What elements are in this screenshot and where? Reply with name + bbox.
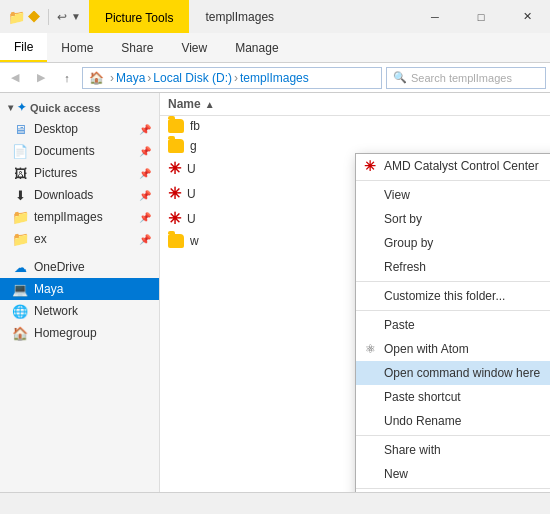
ribbon: File Home Share View Manage — [0, 33, 550, 63]
sidebar: ▾ ✦ Quick access 🖥 Desktop 📌 📄 Documents… — [0, 93, 160, 492]
atom-icon: ⚛ — [362, 341, 378, 357]
search-box[interactable]: 🔍 Search templImages — [386, 67, 546, 89]
cm-open-atom[interactable]: ⚛ Open with Atom — [356, 337, 550, 361]
forward-button[interactable]: ▶ — [30, 67, 52, 89]
cm-open-command[interactable]: Open command window here — [356, 361, 550, 385]
sort-arrow: ▲ — [205, 99, 215, 110]
cm-sort-by[interactable]: Sort by › — [356, 207, 550, 231]
sidebar-item-templimages[interactable]: 📁 templImages 📌 — [0, 206, 159, 228]
templimages-tab[interactable]: templImages — [189, 0, 290, 33]
pictures-icon: 🖼 — [12, 165, 28, 181]
sidebar-item-ex[interactable]: 📁 ex 📌 — [0, 228, 159, 250]
pictures-label: Pictures — [34, 166, 77, 180]
sidebar-item-onedrive[interactable]: ☁ OneDrive — [0, 256, 159, 278]
ex-folder-icon: 📁 — [12, 231, 28, 247]
cm-sort-label: Sort by — [384, 212, 422, 226]
cm-refresh[interactable]: Refresh — [356, 255, 550, 279]
cm-paste-label: Paste — [384, 318, 415, 332]
maya-label: Maya — [34, 282, 63, 296]
cm-view-label: View — [384, 188, 410, 202]
path-localdisk[interactable]: Local Disk (D:) — [153, 71, 232, 85]
file-name-u1: U — [187, 162, 196, 176]
quick-access-header[interactable]: ▾ ✦ Quick access — [0, 97, 159, 118]
pin-icon-dl: 📌 — [139, 190, 151, 201]
tab-manage[interactable]: Manage — [221, 33, 292, 62]
templimages-folder-icon: 📁 — [12, 209, 28, 225]
pin-icon-pics: 📌 — [139, 168, 151, 179]
quick-access-toolbar: 📁 ↩ ▼ — [0, 0, 89, 33]
cm-view[interactable]: View › — [356, 183, 550, 207]
sidebar-item-pictures[interactable]: 🖼 Pictures 📌 — [0, 162, 159, 184]
documents-icon: 📄 — [12, 143, 28, 159]
cm-customize[interactable]: Customize this folder... — [356, 284, 550, 308]
pin-icon: 📌 — [139, 124, 151, 135]
file-name-w: w — [190, 234, 199, 248]
close-button[interactable]: ✕ — [504, 0, 550, 33]
cm-new[interactable]: New › — [356, 462, 550, 486]
templimages-label: templImages — [205, 10, 274, 24]
cm-paste-shortcut-label: Paste shortcut — [384, 390, 461, 404]
address-bar: ◀ ▶ ↑ 🏠 › Maya › Local Disk (D:) › templ… — [0, 63, 550, 93]
cm-new-label: New — [384, 467, 408, 481]
file-list-header: Name ▲ — [160, 93, 550, 116]
tab-file[interactable]: File — [0, 33, 47, 62]
folder-icon-g — [168, 139, 184, 153]
divider — [48, 9, 49, 25]
address-path[interactable]: 🏠 › Maya › Local Disk (D:) › templImages — [82, 67, 382, 89]
cm-sep-5 — [356, 488, 550, 489]
file-list: Name ▲ fb g ✳ U ✳ U ✳ U w — [160, 93, 550, 492]
cm-refresh-label: Refresh — [384, 260, 426, 274]
amd-icon-3: ✳ — [168, 209, 181, 228]
sidebar-item-desktop[interactable]: 🖥 Desktop 📌 — [0, 118, 159, 140]
cm-group-by[interactable]: Group by › — [356, 231, 550, 255]
homegroup-label: Homegroup — [34, 326, 97, 340]
cm-share-with[interactable]: Share with › — [356, 438, 550, 462]
window-controls: ─ □ ✕ — [412, 0, 550, 33]
sidebar-item-network[interactable]: 🌐 Network — [0, 300, 159, 322]
column-name-header: Name — [168, 97, 201, 111]
sidebar-item-maya[interactable]: 💻 Maya — [0, 278, 159, 300]
folder-icon-fb — [168, 119, 184, 133]
cm-share-label: Share with — [384, 443, 441, 457]
undo-btn[interactable]: ↩ — [57, 10, 67, 24]
picture-tools-label: Picture Tools — [105, 11, 173, 25]
amd-catalyst-icon: ✳ — [362, 158, 378, 174]
sidebar-item-documents[interactable]: 📄 Documents 📌 — [0, 140, 159, 162]
desktop-label: Desktop — [34, 122, 78, 136]
sidebar-item-downloads[interactable]: ⬇ Downloads 📌 — [0, 184, 159, 206]
amd-icon-2: ✳ — [168, 184, 181, 203]
title-bar: 📁 ↩ ▼ Picture Tools templImages ─ □ ✕ — [0, 0, 550, 33]
tab-view[interactable]: View — [167, 33, 221, 62]
minimize-button[interactable]: ─ — [412, 0, 458, 33]
file-item-fb[interactable]: fb — [160, 116, 550, 136]
cm-undo-rename[interactable]: Undo Rename Ctrl+Z — [356, 409, 550, 433]
desktop-icon: 🖥 — [12, 121, 28, 137]
documents-label: Documents — [34, 144, 95, 158]
cm-paste-shortcut[interactable]: Paste shortcut — [356, 385, 550, 409]
pin-icon-templ: 📌 — [139, 212, 151, 223]
ex-label: ex — [34, 232, 47, 246]
cm-open-atom-label: Open with Atom — [384, 342, 469, 356]
onedrive-label: OneDrive — [34, 260, 85, 274]
amd-icon-1: ✳ — [168, 159, 181, 178]
cm-amd-catalyst[interactable]: ✳ AMD Catalyst Control Center — [356, 154, 550, 178]
cm-sep-4 — [356, 435, 550, 436]
picture-tools-tab[interactable]: Picture Tools — [89, 0, 189, 33]
sidebar-item-homegroup[interactable]: 🏠 Homegroup — [0, 322, 159, 344]
path-templimages[interactable]: templImages — [240, 71, 309, 85]
tab-share[interactable]: Share — [107, 33, 167, 62]
cm-paste[interactable]: Paste — [356, 313, 550, 337]
properties-quick-btn[interactable]: ▼ — [71, 11, 81, 22]
cm-properties[interactable]: Properties — [356, 491, 550, 492]
pin-icon-ex: 📌 — [139, 234, 151, 245]
tab-home[interactable]: Home — [47, 33, 107, 62]
onedrive-icon: ☁ — [12, 259, 28, 275]
up-button[interactable]: ↑ — [56, 67, 78, 89]
downloads-label: Downloads — [34, 188, 93, 202]
back-button[interactable]: ◀ — [4, 67, 26, 89]
path-maya[interactable]: Maya — [116, 71, 145, 85]
status-bar — [0, 492, 550, 514]
context-menu: ✳ AMD Catalyst Control Center View › Sor… — [355, 153, 550, 492]
maximize-button[interactable]: □ — [458, 0, 504, 33]
cm-amd-label: AMD Catalyst Control Center — [384, 159, 539, 173]
